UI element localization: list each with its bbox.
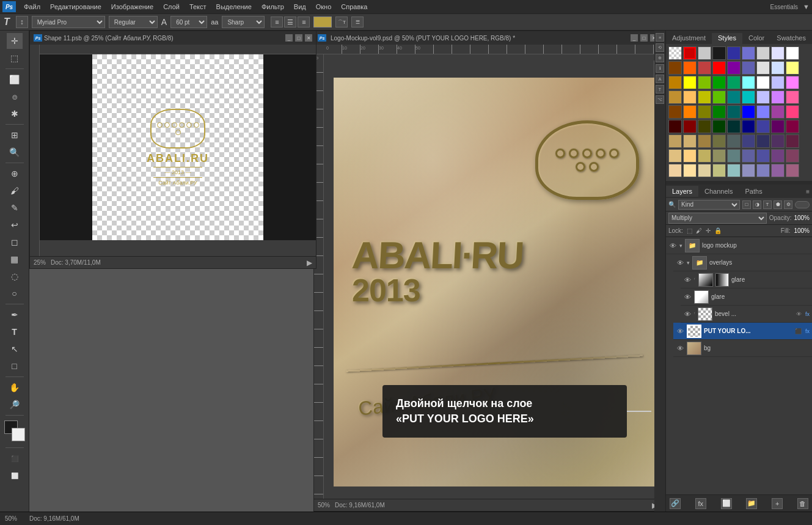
swatch-red[interactable] <box>683 46 697 60</box>
swatch-darktan[interactable] <box>698 134 711 148</box>
add-style-btn[interactable]: fx <box>695 498 706 509</box>
gradient-tool[interactable]: ▦ <box>7 251 23 267</box>
layer-glare[interactable]: 👁 glare <box>681 288 812 306</box>
swatch-darkkhaki[interactable] <box>712 149 726 163</box>
align-center-btn[interactable]: ☰ <box>284 17 296 28</box>
crop-tool[interactable]: ⊞ <box>7 127 23 143</box>
font-family-select[interactable]: Myriad Pro <box>32 16 105 28</box>
move-tool[interactable]: ✛ <box>7 33 23 49</box>
swatch-tan[interactable] <box>668 134 682 148</box>
swatch-darkslate[interactable] <box>742 134 755 148</box>
swatch-moccasin[interactable] <box>683 149 697 163</box>
swatch-silver[interactable] <box>756 46 770 60</box>
layer-bevel[interactable]: 👁 ᶠ bevel ... 👁 fx <box>681 306 812 323</box>
swatch-palevioletred[interactable] <box>786 149 799 163</box>
swatch-darkolive2[interactable] <box>698 120 711 133</box>
swatch-navy[interactable] <box>742 120 755 133</box>
filter-adjustment[interactable]: ◑ <box>753 200 761 209</box>
eye-bg[interactable]: 👁 <box>676 344 684 353</box>
menu-filter[interactable]: Фильтр <box>257 2 288 12</box>
swatch-darkwheat[interactable] <box>698 149 711 163</box>
eye-glare-smart[interactable]: 👁 <box>683 276 692 284</box>
lock-all-btn[interactable]: 🔒 <box>714 227 722 234</box>
swatch-darkteal[interactable] <box>727 90 741 104</box>
swatch-forestgreen[interactable] <box>712 120 726 133</box>
swatch-cornflower2[interactable] <box>756 164 770 177</box>
swatch-olive[interactable] <box>698 90 711 104</box>
mini-btn-1[interactable]: ≡ <box>656 33 664 42</box>
swatch-rose[interactable] <box>786 105 799 119</box>
artboard-tool[interactable]: ⬚ <box>7 50 23 66</box>
big-win-minimize[interactable]: _ <box>631 34 638 42</box>
swatch-crimson[interactable] <box>698 61 711 75</box>
swatch-yellow[interactable] <box>786 61 799 75</box>
tab-swatches[interactable]: Swatches <box>770 33 812 44</box>
clone-stamp-tool[interactable]: ✎ <box>7 200 23 216</box>
swatch-darkcyan[interactable] <box>727 105 741 119</box>
swatch-darkplum[interactable] <box>771 120 785 133</box>
swatch-maroon[interactable] <box>683 120 697 133</box>
swatch-lightgray[interactable] <box>698 46 711 60</box>
swatch-iceblue[interactable] <box>771 61 785 75</box>
swatch-lightslate[interactable] <box>742 164 755 177</box>
font-style-select[interactable]: Regular <box>109 16 158 28</box>
swatch-khaki[interactable] <box>712 134 726 148</box>
filter-toggle[interactable] <box>795 201 810 208</box>
hand-tool[interactable]: ✋ <box>7 380 23 395</box>
mini-btn-3[interactable]: ⊕ <box>656 54 664 62</box>
filter-kind-select[interactable]: Kind <box>678 200 740 210</box>
swatch-aqua[interactable] <box>742 90 755 104</box>
eye-glare[interactable]: 👁 <box>683 293 692 301</box>
swatch-lavender[interactable] <box>771 76 785 89</box>
align-left-btn[interactable]: ≡ <box>271 17 283 28</box>
small-win-close[interactable]: ✕ <box>305 34 312 42</box>
layer-put-your-logo[interactable]: 👁 PUT YOUR LO... ⬛ fx <box>673 323 812 340</box>
quick-mask-btn[interactable]: ⬛ <box>7 450 23 466</box>
swatch-bisque[interactable] <box>668 164 682 177</box>
lock-position-btn[interactable]: ✛ <box>706 227 711 234</box>
menu-window[interactable]: Окно <box>312 2 336 12</box>
swatch-deepcyan[interactable] <box>727 120 741 133</box>
tab-channels[interactable]: Channels <box>698 186 739 197</box>
swatch-green[interactable] <box>712 76 726 89</box>
swatch-white2[interactable] <box>756 76 770 89</box>
swatch-medblue[interactable] <box>742 61 755 75</box>
quick-select-tool[interactable]: ✱ <box>7 106 23 122</box>
swatch-wheat[interactable] <box>668 149 682 163</box>
swatch-papayawhip[interactable] <box>683 164 697 177</box>
swatch-medslate[interactable] <box>742 149 755 163</box>
pen-tool[interactable]: ✒ <box>7 307 23 323</box>
blend-mode-select[interactable]: Multiply <box>668 213 767 224</box>
swatch-peach[interactable] <box>683 90 697 104</box>
layer-overlays[interactable]: 👁 ▾ 📁 overlays <box>673 254 812 271</box>
delete-layer-btn[interactable]: 🗑 <box>797 498 808 509</box>
filter-shape[interactable]: ⬟ <box>774 200 782 209</box>
swatch-whitegray[interactable] <box>756 61 770 75</box>
small-win-maximize[interactable]: □ <box>295 34 302 42</box>
swatch-brown[interactable] <box>668 61 682 75</box>
eye-logo-mockup[interactable]: 👁 <box>668 241 677 250</box>
swatch-sepia[interactable] <box>668 105 682 119</box>
lock-transparent-btn[interactable]: ⬚ <box>687 227 692 234</box>
swatch-chartreuse[interactable] <box>698 76 711 89</box>
swatch-mediumpurple2[interactable] <box>771 164 785 177</box>
tab-adjustment[interactable]: Adjustment <box>666 33 712 44</box>
eye-overlays[interactable]: 👁 <box>676 259 684 267</box>
tab-layers[interactable]: Layers <box>666 186 698 197</box>
swatch-brightred[interactable] <box>712 61 726 75</box>
marquee-tool[interactable]: ⬜ <box>7 72 23 87</box>
mini-btn-7[interactable]: ⌥ <box>656 95 664 104</box>
path-selection-tool[interactable]: ↖ <box>7 341 23 357</box>
swatch-transparent[interactable] <box>668 46 682 60</box>
aa-select[interactable]: Sharp <box>222 16 265 28</box>
warp-text-btn[interactable]: ⌒T <box>335 17 348 28</box>
swatch-orange[interactable] <box>683 61 697 75</box>
swatch-cadetblue[interactable] <box>727 149 741 163</box>
lock-pixels-btn[interactable]: 🖌 <box>696 227 702 234</box>
menu-image[interactable]: Изображение <box>107 2 158 12</box>
swatch-white[interactable] <box>786 46 799 60</box>
swatch-slate[interactable] <box>756 149 770 163</box>
tab-paths[interactable]: Paths <box>739 186 769 197</box>
swatch-lightblue[interactable] <box>742 46 755 60</box>
expand-logo-mockup[interactable]: ▾ <box>679 243 682 249</box>
